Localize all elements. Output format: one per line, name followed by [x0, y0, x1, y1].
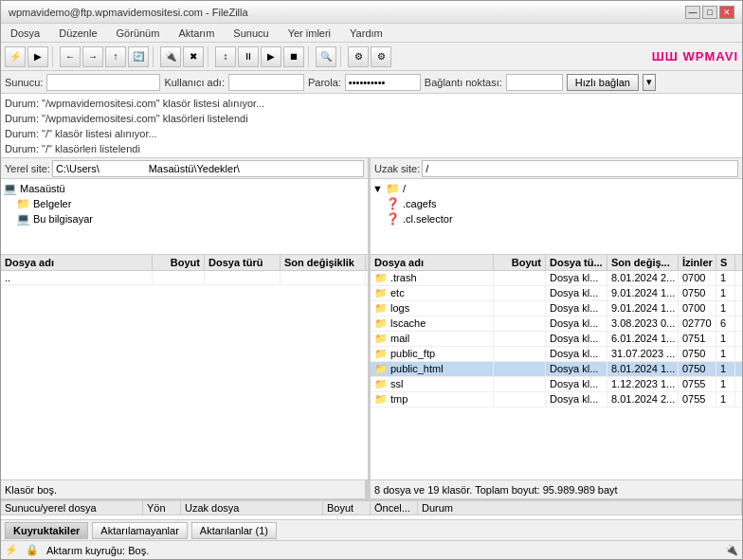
toolbar-btn-2[interactable]: ▶ [27, 46, 48, 67]
local-site-label: Yerel site: [5, 163, 50, 174]
remote-col-type[interactable]: Dosya tü... [546, 255, 607, 270]
remote-file-mod-trash: 8.01.2024 2... [607, 271, 679, 285]
toolbar-btn-12[interactable]: ⏹ [283, 46, 304, 67]
tab-completed[interactable]: Aktarılanlar (1) [191, 522, 277, 539]
local-file-table: Dosya adı Boyut Dosya türü Son değişikli… [1, 255, 368, 479]
local-file-row-dotdot[interactable]: .. [1, 271, 368, 285]
menu-yardim[interactable]: Yardım [344, 26, 389, 41]
log-line-4: Durum: "/" klasörleri listelendi [5, 141, 738, 156]
toolbar-btn-11[interactable]: ▶ [261, 46, 281, 67]
parola-label: Parola: [308, 77, 341, 88]
sunucu-input[interactable] [46, 74, 160, 91]
toolbar-btn-7[interactable]: 🔌 [160, 46, 181, 67]
remote-pane: Uzak site: ▼ 📁 / ❓ .cagefs ❓ .cl.selecto… [371, 158, 742, 498]
remote-status-text: 8 dosya ve 19 klasör. Toplam boyut: 95.9… [374, 484, 618, 496]
queue-col-remote: Uzak dosya [181, 501, 323, 515]
kullanici-input[interactable] [228, 74, 304, 91]
toolbar-btn-10[interactable]: ⏸ [238, 46, 259, 67]
queue-headers: Sunucu/yerel dosya Yön Uzak dosya Boyut … [1, 500, 742, 515]
remote-file-row-trash[interactable]: 📁.trash Dosya kl... 8.01.2024 2... 0700 … [371, 271, 742, 286]
baglanti-input[interactable] [506, 74, 563, 91]
remote-status-bar: 8 dosya ve 19 klasör. Toplam boyut: 95.9… [371, 479, 742, 498]
queue-section: Sunucu/yerel dosya Yön Uzak dosya Boyut … [1, 498, 742, 540]
remote-file-mod-etc: 9.01.2024 1... [607, 286, 679, 300]
tree-item-belgeler[interactable]: 📁 Belgeler [16, 196, 366, 211]
folder-icon-root: 📁 [386, 182, 400, 195]
toolbar-btn-3[interactable]: ← [60, 46, 81, 67]
queue-col-local: Sunucu/yerel dosya [1, 501, 143, 515]
local-file-header: Dosya adı Boyut Dosya türü Son değişikli… [1, 255, 368, 271]
remote-col-perm[interactable]: İzinler [679, 255, 716, 270]
log-line-2: Durum: "/wpmavidemositesi.com" klasörler… [5, 111, 738, 126]
toolbar-sep-4 [308, 46, 312, 67]
remote-file-row-logs[interactable]: 📁logs Dosya kl... 9.01.2024 1... 0700 1 [371, 301, 742, 316]
menu-dosya[interactable]: Dosya [5, 26, 45, 41]
toolbar-btn-14[interactable]: ⚙ [348, 46, 369, 67]
local-pane: Yerel site: 💻 Masaüstü 📁 Belgeler 💻 Bu b… [1, 158, 371, 498]
local-file-size-dotdot [153, 271, 205, 284]
toolbar-btn-4[interactable]: → [82, 46, 103, 67]
desktop-icon: 💻 [3, 182, 17, 195]
status-icon-2: 🔒 [26, 544, 39, 556]
tree-item-desktop[interactable]: 💻 Masaüstü [3, 181, 366, 196]
remote-file-s-trash: 1 [716, 271, 735, 285]
close-button[interactable]: ✕ [719, 6, 734, 19]
remote-file-row-mail[interactable]: 📁mail Dosya kl... 6.01.2024 1... 0751 1 [371, 332, 742, 347]
local-site-path[interactable] [52, 160, 364, 177]
menu-sunucu[interactable]: Sunucu [227, 26, 274, 41]
toolbar-btn-9[interactable]: ↕ [215, 46, 236, 67]
remote-col-size[interactable]: Boyut [494, 255, 546, 270]
tree-item-clselector[interactable]: ❓ .cl.selector [386, 211, 740, 226]
connect-arrow-button[interactable]: ▾ [643, 74, 656, 91]
tree-item-computer[interactable]: 💻 Bu bilgisayar [16, 211, 366, 226]
toolbar-btn-8[interactable]: ✖ [183, 46, 204, 67]
window-title: wpmavidemo@ftp.wpmavidemositesi.com - Fi… [9, 7, 248, 18]
remote-file-row-lscache[interactable]: 📁lscache Dosya kl... 3.08.2023 0... 0277… [371, 316, 742, 332]
local-site-bar: Yerel site: [1, 158, 368, 179]
toolbar-btn-15[interactable]: ⚙ [371, 46, 391, 67]
toolbar-sep-1 [52, 46, 56, 67]
menu-duzenle[interactable]: Düzenle [53, 26, 102, 41]
tree-item-cagefs[interactable]: ❓ .cagefs [386, 196, 740, 211]
toolbar-btn-1[interactable]: ⚡ [5, 46, 26, 67]
tab-queue[interactable]: Kuyruktakiler [5, 522, 88, 539]
local-col-size[interactable]: Boyut [153, 255, 205, 270]
remote-file-s-etc: 1 [716, 286, 735, 300]
minimize-button[interactable]: — [685, 6, 700, 19]
remote-file-row-tmp[interactable]: 📁tmp Dosya kl... 8.01.2024 2... 0755 1 [371, 392, 742, 407]
parola-input[interactable] [345, 74, 421, 91]
local-tree: 💻 Masaüstü 📁 Belgeler 💻 Bu bilgisayar [1, 179, 368, 255]
remote-file-row-public-ftp[interactable]: 📁public_ftp Dosya kl... 31.07.2023 ... 0… [371, 347, 742, 362]
remote-site-path[interactable] [422, 160, 738, 177]
tree-item-root[interactable]: ▼ 📁 / [372, 181, 740, 196]
remote-col-name[interactable]: Dosya adı [371, 255, 494, 270]
remote-file-row-etc[interactable]: 📁etc Dosya kl... 9.01.2024 1... 0750 1 [371, 286, 742, 301]
toolbar-btn-6[interactable]: 🔄 [128, 46, 149, 67]
tab-failed[interactable]: Aktarılamayanlar [92, 522, 188, 539]
remote-file-row-ssl[interactable]: 📁ssl Dosya kl... 1.12.2023 1... 0755 1 [371, 377, 742, 392]
menu-yerimleri[interactable]: Yer imleri [282, 26, 336, 41]
toolbar-btn-13[interactable]: 🔍 [316, 46, 336, 67]
transfer-tabs-bar: Kuyruktakiler Aktarılamayanlar Aktarılan… [1, 519, 742, 540]
local-col-type[interactable]: Dosya türü [205, 255, 281, 270]
maximize-button[interactable]: □ [702, 6, 717, 19]
local-col-name[interactable]: Dosya adı [1, 255, 153, 270]
menu-gorunum[interactable]: Görünüm [111, 26, 166, 41]
menu-aktarim[interactable]: Aktarım [172, 26, 220, 41]
remote-file-type-trash: Dosya kl... [546, 271, 607, 285]
local-col-mod[interactable]: Son değişiklik [281, 255, 366, 270]
log-area: Durum: "/wpmavidemositesi.com" klasör li… [1, 94, 742, 158]
connect-button[interactable]: Hızlı bağlan [567, 74, 639, 91]
remote-file-table: Dosya adı Boyut Dosya tü... Son değiş...… [371, 255, 742, 479]
kullanici-label: Kullanıcı adı: [164, 77, 225, 88]
remote-file-row-public-html[interactable]: 📁public_html Dosya kl... 8.01.2024 1... … [371, 362, 742, 377]
toolbar-sep-2 [153, 46, 156, 67]
remote-file-size-trash [494, 271, 546, 285]
remote-col-mod[interactable]: Son değiş... [607, 255, 679, 270]
local-status-text: Klasör boş. [5, 484, 57, 496]
queue-col-size: Boyut [323, 501, 371, 515]
remote-col-s[interactable]: S [716, 255, 735, 270]
menu-bar: Dosya Düzenle Görünüm Aktarım Sunucu Yer… [1, 24, 742, 43]
toolbar-btn-5[interactable]: ↑ [105, 46, 126, 67]
title-bar: wpmavidemo@ftp.wpmavidemositesi.com - Fi… [1, 1, 742, 24]
